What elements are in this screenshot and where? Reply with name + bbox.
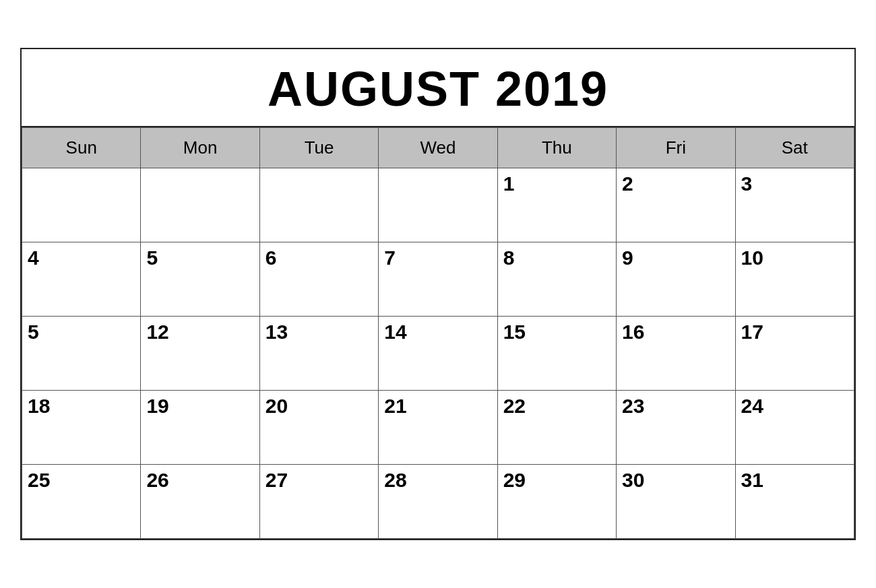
day-header-mon: Mon	[141, 128, 259, 168]
day-header-thu: Thu	[497, 128, 616, 168]
calendar-cell[interactable]: 20	[259, 391, 378, 465]
calendar-cell[interactable]	[141, 168, 259, 242]
day-header-fri: Fri	[617, 128, 735, 168]
calendar-cell[interactable]: 16	[617, 317, 735, 391]
calendar-cell[interactable]: 8	[497, 242, 616, 317]
calendar-cell[interactable]: 23	[617, 391, 735, 465]
calendar-cell[interactable]: 2	[617, 168, 735, 242]
calendar-cell[interactable]: 6	[259, 242, 378, 317]
calendar-cell[interactable]: 28	[379, 465, 497, 539]
calendar-cell[interactable]: 29	[497, 465, 616, 539]
calendar-cell[interactable]: 26	[141, 465, 259, 539]
day-header-sun: Sun	[22, 128, 141, 168]
calendar-cell[interactable]: 19	[141, 391, 259, 465]
calendar-cell[interactable]	[259, 168, 378, 242]
calendar-cell[interactable]: 31	[735, 465, 854, 539]
calendar-title: AUGUST 2019	[22, 49, 854, 127]
calendar: AUGUST 2019 SunMonTueWedThuFriSat 123456…	[20, 48, 856, 540]
week-row-4: 18192021222324	[22, 391, 854, 465]
day-header-tue: Tue	[259, 128, 378, 168]
week-row-5: 25262728293031	[22, 465, 854, 539]
calendar-cell[interactable]: 24	[735, 391, 854, 465]
calendar-cell[interactable]: 15	[497, 317, 616, 391]
week-row-1: 123	[22, 168, 854, 242]
calendar-cell[interactable]: 27	[259, 465, 378, 539]
calendar-cell[interactable]: 4	[22, 242, 141, 317]
calendar-cell[interactable]: 13	[259, 317, 378, 391]
calendar-grid: SunMonTueWedThuFriSat 123456789105121314…	[22, 127, 854, 539]
calendar-cell[interactable]: 1	[497, 168, 616, 242]
calendar-cell[interactable]: 21	[379, 391, 497, 465]
calendar-cell[interactable]: 18	[22, 391, 141, 465]
days-of-week-row: SunMonTueWedThuFriSat	[22, 128, 854, 168]
calendar-cell[interactable]: 7	[379, 242, 497, 317]
week-row-3: 5121314151617	[22, 317, 854, 391]
calendar-cell[interactable]: 25	[22, 465, 141, 539]
calendar-cell[interactable]: 17	[735, 317, 854, 391]
calendar-cell[interactable]	[379, 168, 497, 242]
calendar-cell[interactable]: 22	[497, 391, 616, 465]
week-row-2: 45678910	[22, 242, 854, 317]
calendar-cell[interactable]: 10	[735, 242, 854, 317]
calendar-cell[interactable]: 5	[22, 317, 141, 391]
day-header-wed: Wed	[379, 128, 497, 168]
calendar-cell[interactable]: 30	[617, 465, 735, 539]
calendar-cell[interactable]: 12	[141, 317, 259, 391]
calendar-cell[interactable]	[22, 168, 141, 242]
day-header-sat: Sat	[735, 128, 854, 168]
calendar-cell[interactable]: 14	[379, 317, 497, 391]
calendar-cell[interactable]: 5	[141, 242, 259, 317]
calendar-cell[interactable]: 9	[617, 242, 735, 317]
calendar-cell[interactable]: 3	[735, 168, 854, 242]
